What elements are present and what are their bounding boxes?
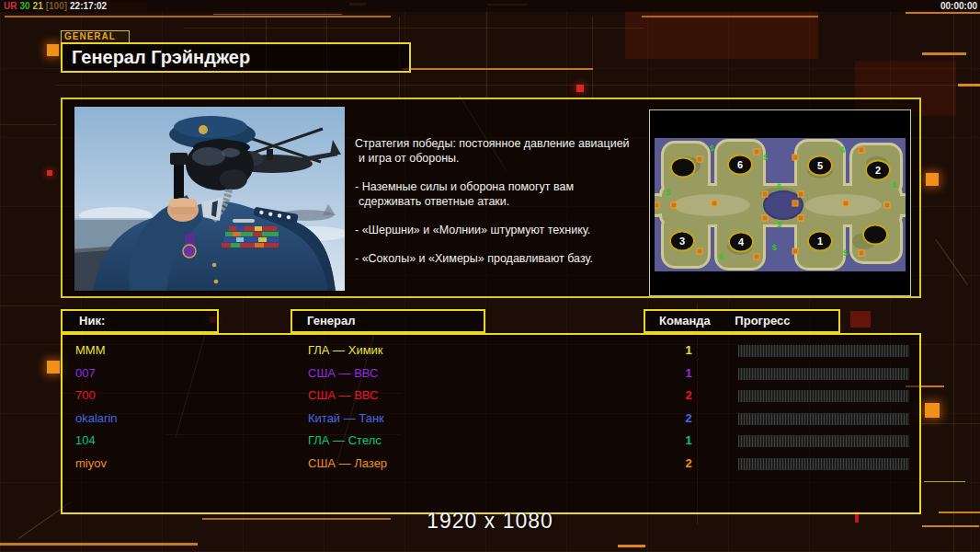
decor-line — [0, 543, 198, 546]
money-marker: $ — [777, 182, 781, 191]
decor-line — [922, 52, 966, 55]
decor-line — [213, 14, 342, 15]
header-team-progress: Команда Прогресс — [644, 309, 840, 333]
player-nick: miyov — [75, 456, 107, 470]
decor-gridline — [919, 423, 980, 424]
decor-line — [618, 545, 645, 547]
general-info-panel: Стратегия победы: постоянное давление ав… — [61, 98, 921, 298]
money-marker: $ — [777, 220, 781, 229]
header-nick: Ник: — [61, 309, 219, 333]
decor-square — [576, 85, 584, 92]
start-marker-3: 3 — [679, 236, 685, 247]
loading-progress-bar — [737, 389, 910, 403]
player-team: 2 — [673, 388, 704, 402]
money-marker: $ — [763, 153, 768, 162]
status-tag: UR — [4, 1, 17, 11]
player-general: ГЛА — Стелс — [308, 433, 382, 447]
decor-square — [926, 173, 939, 186]
player-general: ГЛА — Химик — [308, 343, 383, 357]
decor-line — [642, 16, 818, 17]
status-val2: 21 — [33, 1, 43, 11]
header-general: Генерал — [291, 309, 485, 333]
loading-progress-bar — [737, 457, 910, 471]
money-marker: $ — [666, 188, 670, 197]
strategy-paragraph: Стратегия победы: постоянное давление ав… — [355, 136, 644, 166]
decor-square — [47, 170, 52, 176]
general-title: Генерал Грэйнджер — [61, 42, 411, 73]
decor-gridline — [55, 85, 956, 86]
start-marker-2: 2 — [875, 165, 881, 176]
player-row: miyov США — Лазер 2 — [63, 452, 919, 475]
player-nick: okalarin — [75, 411, 118, 425]
decor-gridline — [0, 124, 57, 125]
general-portrait-image — [74, 107, 345, 291]
player-team: 1 — [673, 433, 704, 447]
loading-progress-bar — [737, 344, 910, 358]
money-marker: $ — [840, 145, 845, 155]
strategy-paragraph: - «Соколы» и «Химеры» продавливают базу. — [355, 251, 644, 266]
money-marker: $ — [772, 243, 777, 252]
decor-gridline — [184, 28, 644, 29]
strategy-paragraph: - Наземные силы и оборона помогут вам сд… — [355, 179, 644, 209]
player-nick: 700 — [75, 388, 96, 402]
player-nick: 007 — [75, 366, 96, 380]
resolution-label: 1920 x 1080 — [0, 509, 980, 534]
decor-square — [47, 361, 60, 374]
decor-glow — [625, 11, 818, 59]
decor-line — [958, 84, 980, 86]
status-bracket: [100] — [46, 1, 67, 11]
strategy-paragraph: - «Шершни» и «Молнии» штурмуют технику. — [355, 223, 644, 237]
player-general: Китай — Танк — [308, 411, 384, 425]
status-clock: 22:17:02 — [70, 1, 107, 11]
map-thumbnail: $ $ $ $ $ $ $ $ $ $ $ — [655, 138, 906, 271]
game-timer: 00:00:00 — [940, 1, 977, 11]
start-marker-6: 6 — [737, 159, 743, 170]
money-marker: $ — [892, 180, 896, 190]
player-row: 104 ГЛА — Стелс 1 — [63, 429, 919, 452]
loading-progress-bar — [737, 434, 910, 448]
medal-icon — [183, 234, 196, 258]
loading-progress-bar — [737, 412, 910, 426]
player-row: 007 США — ВВС 1 — [63, 362, 919, 385]
network-status: UR3021[100]22:17:02 — [4, 1, 109, 11]
map-preview: $ $ $ $ $ $ $ $ $ $ $ — [649, 109, 911, 296]
decor-line — [924, 481, 965, 482]
player-team: 1 — [673, 343, 704, 357]
player-row: okalarin Китай — Танк 2 — [63, 407, 919, 430]
top-status-bar: UR3021[100]22:17:02 00:00:00 — [0, 0, 980, 12]
general-portrait — [74, 106, 346, 292]
decor-gridline — [0, 305, 61, 306]
start-marker-4: 4 — [738, 236, 745, 247]
money-marker: $ — [843, 248, 848, 258]
decor-gridline — [486, 0, 487, 101]
decor-square — [47, 44, 59, 56]
header-team: Команда — [659, 314, 711, 328]
money-marker: $ — [719, 252, 724, 261]
player-nick: MMM — [75, 343, 106, 357]
player-row: 700 США — ВВС 2 — [63, 384, 919, 407]
strategy-text: Стратегия победы: постоянное давление ав… — [355, 136, 644, 280]
header-progress: Прогресс — [735, 314, 790, 328]
player-team: 2 — [673, 411, 704, 425]
player-row: MMM ГЛА — Химик 1 — [63, 339, 919, 362]
player-team: 2 — [673, 456, 704, 470]
player-table: MMM ГЛА — Химик 1 007 США — ВВС 1 700 СШ… — [61, 333, 921, 514]
player-nick: 104 — [75, 433, 96, 447]
status-val1: 30 — [19, 1, 29, 11]
general-tab: GENERAL — [61, 30, 130, 43]
decor-gridline — [953, 0, 954, 552]
decor-line — [5, 16, 391, 17]
money-marker: $ — [710, 144, 714, 153]
start-marker-1: 1 — [817, 236, 823, 247]
decor-square — [925, 403, 940, 418]
loading-progress-bar — [737, 367, 910, 381]
start-marker-5: 5 — [817, 160, 823, 171]
decor-line — [402, 68, 593, 70]
decor-diagonal — [936, 239, 968, 285]
player-team: 1 — [673, 366, 704, 380]
player-general: США — ВВС — [308, 388, 379, 402]
decor-glow — [850, 311, 871, 328]
player-general: США — ВВС — [308, 366, 379, 380]
player-general: США — Лазер — [308, 456, 387, 470]
